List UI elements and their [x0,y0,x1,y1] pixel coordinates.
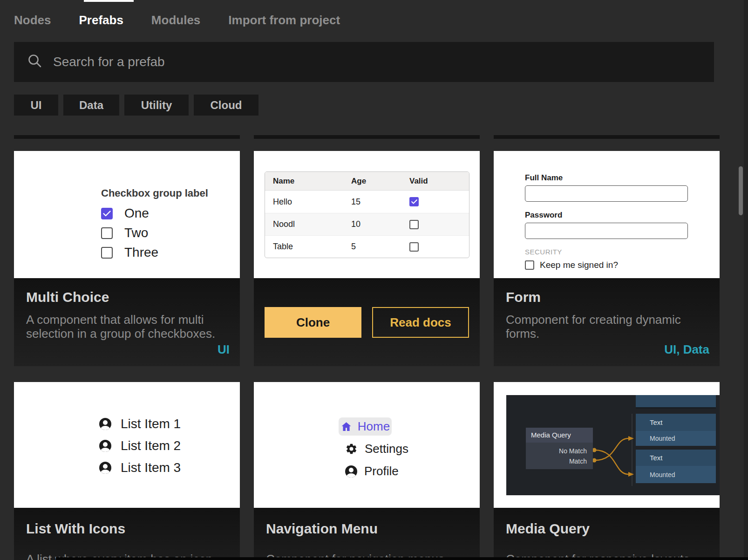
search-icon [27,53,43,71]
home-icon [340,421,352,432]
list-with-icons-preview: List Item 1 List Item 2 List Item 3 [14,382,240,508]
tab-import-from-project[interactable]: Import from project [228,13,340,27]
output-port-no-match: No Match [559,447,587,455]
card-title: Navigation Menu [266,521,378,537]
active-tab-indicator [84,0,134,2]
checkbox-option: One [101,206,208,221]
checkbox-checked-icon [101,208,113,219]
list-item-label: List Item 2 [121,438,181,453]
prefab-card-form[interactable]: Full Name Password SECURITY Keep me sign… [494,151,720,366]
window-bottom-edge [56,557,748,560]
list-item: List Item 2 [99,440,181,452]
text-node: Text Mounted [636,414,716,446]
security-section-label: SECURITY [525,248,689,256]
card-title: Media Query [506,521,590,537]
node-title: Text [636,450,716,466]
card-title: Form [506,289,541,305]
output-port-match: Match [569,458,587,465]
card-footer: Navigation Menu Component for navigation… [254,508,480,560]
tab-prefabs[interactable]: Prefabs [79,13,123,27]
card-footer: Multi Choice A component that allows for… [14,278,240,366]
person-circle-icon [99,440,111,452]
nav-item-profile: Profile [345,464,399,478]
cell-age: 10 [351,219,409,229]
input-port-mounted: Mounted [636,466,716,483]
prefab-card-table[interactable]: Name Age Valid Hello 15 Noodl 10 Table 5 [254,151,480,366]
prefab-card-media-query[interactable]: Media Query No Match Match Text Mounted … [494,382,720,560]
multi-choice-preview: Checkbox group label One Two Three [14,151,240,278]
node-graph-screenshot: Media Query No Match Match Text Mounted … [506,395,720,495]
media-query-node: Media Query No Match Match [526,428,593,469]
tab-nodes[interactable]: Nodes [14,13,51,27]
clone-button[interactable]: Clone [265,307,361,338]
nav-item-home-active: Home [339,417,392,436]
checkbox-unchecked-icon [525,260,534,270]
card-description: A component that allows for multi select… [26,313,217,341]
text-node: Text Mounted [636,450,716,483]
navigation-menu-preview: Home Settings Profile [254,382,480,508]
password-input [525,223,688,239]
search-input[interactable] [53,55,612,69]
checkbox-option: Three [101,245,208,260]
filter-chip-ui[interactable]: UI [14,95,58,116]
checkbox-option-label: One [124,206,149,221]
nav-item-label: Settings [365,442,408,456]
person-circle-icon [99,462,111,474]
checkbox-unchecked-icon [101,247,113,259]
checkbox-group-label: Checkbox group label [101,187,208,199]
card-tag: UI, Data [664,342,709,357]
card-footer: Media Query Component for responsive lay… [494,508,720,560]
scrollbar-thumb[interactable] [739,166,743,215]
card-tag: UI [218,342,230,357]
password-label: Password [525,211,689,220]
library-tabs: Nodes Prefabs Modules Import from projec… [14,13,340,27]
person-circle-icon [99,418,111,430]
table-header-name: Name [273,177,351,186]
previous-row-card-edge [254,135,480,139]
nav-item-label: Home [358,419,390,434]
read-docs-button[interactable]: Read docs [372,307,469,338]
checkbox-unchecked-icon [409,242,419,252]
list-item-label: List Item 3 [121,460,181,475]
checkbox-unchecked-icon [101,227,113,239]
filter-chip-utility[interactable]: Utility [124,95,189,116]
media-query-preview: Media Query No Match Match Text Mounted … [494,382,720,508]
checkbox-option-label: Two [124,225,148,240]
table-header-valid: Valid [409,177,469,186]
filter-chip-cloud[interactable]: Cloud [194,95,258,116]
nav-item-label: Profile [364,464,399,478]
prefab-card-multi-choice[interactable]: Checkbox group label One Two Three Multi… [14,151,240,366]
gear-icon [345,443,358,455]
card-footer-actions: Clone Read docs [254,278,480,366]
full-name-label: Full Name [525,173,689,183]
prefab-card-navigation-menu[interactable]: Home Settings Profile Navigation Menu Co… [254,382,480,560]
card-footer: Form Component for creating dynamic form… [494,278,720,366]
preview-table: Name Age Valid Hello 15 Noodl 10 Table 5 [265,171,469,258]
cell-name: Hello [273,197,351,207]
card-description: Component for creating dynamic forms. [506,313,697,341]
table-row: Table 5 [265,235,469,258]
node-title: Media Query [526,428,593,443]
scrollbar-track [744,0,748,560]
cell-name: Table [273,242,351,252]
list-item: List Item 3 [99,462,181,474]
cell-name: Noodl [273,219,351,229]
category-filter-chips: UI Data Utility Cloud [14,95,258,116]
cell-age: 5 [351,242,409,252]
previous-row-card-edge [14,135,240,139]
card-footer: List With Icons A list where every item … [14,508,240,560]
table-preview: Name Age Valid Hello 15 Noodl 10 Table 5 [254,151,480,278]
prefab-card-list-with-icons[interactable]: List Item 1 List Item 2 List Item 3 List… [14,382,240,560]
full-name-input [525,185,688,202]
cell-age: 15 [351,197,409,207]
keep-signed-in-label: Keep me signed in? [540,260,618,270]
filter-chip-data[interactable]: Data [63,95,119,116]
card-title: Multi Choice [26,289,109,305]
prefab-search-bar[interactable] [14,42,714,82]
node-title: Text [636,414,716,431]
input-port-mounted: Mounted [636,431,716,446]
checkbox-checked-icon [409,197,419,206]
table-row: Noodl 10 [265,213,469,235]
tab-modules[interactable]: Modules [151,13,200,27]
nav-item-settings: Settings [345,442,408,456]
